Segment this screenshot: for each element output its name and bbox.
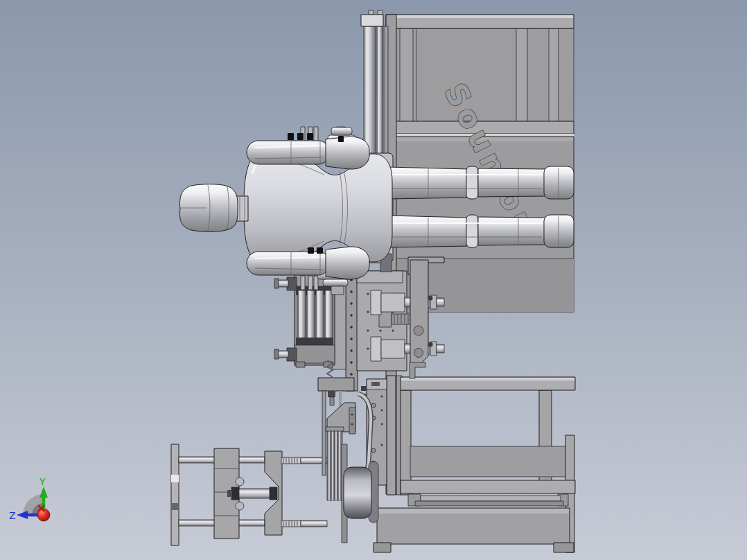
orientation-triad: Y Z <box>9 476 50 521</box>
cad-viewport[interactable]: Sounion <box>0 0 747 560</box>
lower-arm <box>247 247 369 279</box>
upper-leg <box>388 166 574 199</box>
upper-arm <box>247 133 369 169</box>
motor-disc <box>344 467 371 518</box>
lower-table-frame <box>374 376 575 552</box>
rail-bracket <box>410 362 425 378</box>
guide-rods-left <box>274 277 297 361</box>
y-axis-label: Y <box>39 476 46 487</box>
upper-foot <box>544 166 574 199</box>
clamp-assembly <box>171 444 327 545</box>
lower-foot <box>544 215 574 247</box>
lower-leg <box>388 215 574 247</box>
z-axis-label: Z <box>9 510 16 521</box>
cad-model-svg[interactable]: Sounion <box>0 0 747 560</box>
lower-shaft-coupler <box>371 337 444 361</box>
